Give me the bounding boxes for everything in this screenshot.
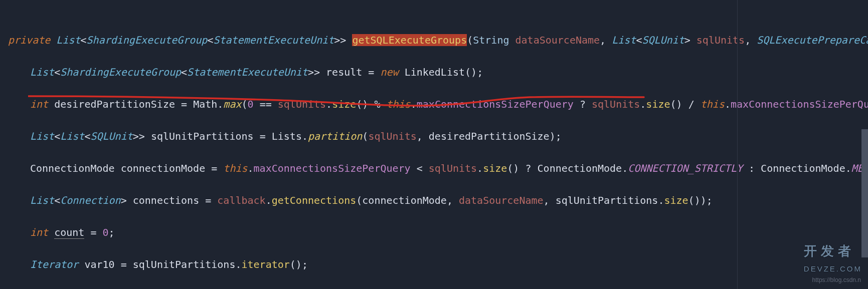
keyword-this: this bbox=[387, 98, 411, 110]
keyword-int: int bbox=[30, 226, 48, 238]
param: sqlUnits bbox=[429, 162, 477, 174]
op: = bbox=[205, 194, 211, 206]
static-method: partition bbox=[308, 130, 362, 142]
op: = bbox=[211, 162, 217, 174]
keyword-int: int bbox=[30, 98, 48, 110]
op: ? bbox=[525, 162, 531, 174]
type: StatementExecuteUnit bbox=[187, 66, 308, 78]
code-editor[interactable]: private List<ShardingExecuteGroup<Statem… bbox=[0, 0, 868, 289]
static-method: max bbox=[223, 98, 241, 110]
local-var: sqlUnitPartitions bbox=[133, 258, 236, 270]
punct: (); bbox=[290, 258, 308, 270]
method-call: size bbox=[646, 98, 670, 110]
type: SQLUnit bbox=[642, 34, 684, 46]
type: List bbox=[60, 130, 84, 142]
type: List bbox=[30, 130, 54, 142]
constant: CONNECTION_STRICTLY bbox=[628, 162, 743, 174]
type: SQLUnit bbox=[90, 130, 132, 142]
local-var: result bbox=[326, 66, 362, 78]
op: = bbox=[181, 98, 187, 110]
type: ConnectionMode bbox=[30, 162, 115, 174]
type: Connection bbox=[60, 194, 120, 206]
op: = bbox=[90, 226, 96, 238]
punct: . bbox=[217, 98, 223, 110]
type-string: String bbox=[473, 34, 509, 46]
code-line: int count = 0; bbox=[8, 224, 868, 240]
number-literal: 0 bbox=[248, 98, 254, 110]
keyword-this: this bbox=[701, 98, 725, 110]
op: % bbox=[374, 98, 380, 110]
method-call: size bbox=[664, 194, 688, 206]
watermark-url: https://blog.csdn.n bbox=[812, 272, 861, 288]
code-line: ConnectionMode connectionMode = this.max… bbox=[8, 160, 868, 176]
punct: . bbox=[302, 130, 308, 142]
param: dataSourceName bbox=[515, 34, 600, 46]
method-call: iterator bbox=[241, 258, 289, 270]
method-call: size bbox=[332, 98, 356, 110]
type: List bbox=[30, 66, 54, 78]
op: / bbox=[688, 98, 695, 110]
method-declaration-highlighted: getSQLExecuteGroups bbox=[352, 34, 467, 46]
constructor: LinkedList bbox=[405, 66, 465, 78]
code-line: List<ShardingExecuteGroup<StatementExecu… bbox=[8, 64, 868, 80]
code-line: private List<ShardingExecuteGroup<Statem… bbox=[8, 32, 868, 48]
op: ? bbox=[580, 98, 586, 110]
op: < bbox=[417, 162, 423, 174]
local-var: connections bbox=[133, 194, 199, 206]
method-call: size bbox=[483, 162, 507, 174]
punct: ); bbox=[550, 130, 562, 142]
vertical-scrollbar-thumb[interactable] bbox=[861, 129, 868, 257]
field-ref: maxConnectionsSizePerQuery bbox=[417, 98, 574, 110]
field-ref: maxConnectionsSizePerQuery bbox=[254, 162, 411, 174]
keyword-new: new bbox=[380, 66, 398, 78]
op: = bbox=[121, 258, 127, 270]
keyword-this: this bbox=[223, 162, 247, 174]
type: ShardingExecuteGroup bbox=[60, 66, 181, 78]
field-ref: maxConnectionsSizePerQu bbox=[731, 98, 868, 110]
punct: (); bbox=[465, 66, 483, 78]
arg: connectionMode bbox=[362, 194, 447, 206]
local-var: connectionMode bbox=[121, 162, 206, 174]
type: Iterator bbox=[30, 258, 78, 270]
op: == bbox=[260, 98, 272, 110]
punct: ( bbox=[241, 98, 247, 110]
class-ref: ConnectionMode bbox=[538, 162, 622, 174]
punct: ; bbox=[109, 226, 115, 238]
code-line: List<List<SQLUnit>> sqlUnitPartitions = … bbox=[8, 128, 868, 144]
punct: ()); bbox=[688, 194, 713, 206]
param: dataSourceName bbox=[459, 194, 544, 206]
arg: sqlUnitPartitions bbox=[556, 194, 658, 206]
param: sqlUnits bbox=[368, 130, 416, 142]
type: StatementExecuteUnit bbox=[213, 34, 334, 46]
op: : bbox=[749, 162, 755, 174]
param: callback bbox=[217, 194, 265, 206]
code-line: Iterator var10 = sqlUnitPartitions.itera… bbox=[8, 256, 868, 272]
watermark-big-text: 开发者 bbox=[804, 243, 855, 258]
local-var: desiredPartitionSize bbox=[54, 98, 175, 110]
code-line: int desiredPartitionSize = Math.max(0 ==… bbox=[8, 96, 868, 112]
op: = bbox=[368, 66, 374, 78]
method-call: getConnections bbox=[272, 194, 357, 206]
right-margin-guide bbox=[737, 0, 738, 289]
class-ref: ConnectionMode bbox=[761, 162, 845, 174]
type: SQLExecutePrepareCa bbox=[757, 34, 868, 46]
local-var: sqlUnitPartitions bbox=[151, 130, 254, 142]
type: List bbox=[30, 194, 54, 206]
op: = bbox=[260, 130, 266, 142]
local-var: var10 bbox=[84, 258, 114, 270]
type: List bbox=[612, 34, 636, 46]
type-list: List bbox=[56, 34, 80, 46]
local-var: desiredPartitionSize bbox=[429, 130, 550, 142]
keyword-private: private bbox=[8, 34, 50, 46]
number-literal: 0 bbox=[103, 226, 109, 238]
code-line: List<Connection> connections = callback.… bbox=[8, 192, 868, 208]
param: sqlUnits bbox=[592, 98, 640, 110]
type: ShardingExecuteGroup bbox=[87, 34, 208, 46]
class-ref: Math bbox=[193, 98, 217, 110]
class-ref: Lists bbox=[272, 130, 302, 142]
local-var-unused: count bbox=[54, 226, 84, 239]
param: sqlUnits bbox=[278, 98, 326, 110]
